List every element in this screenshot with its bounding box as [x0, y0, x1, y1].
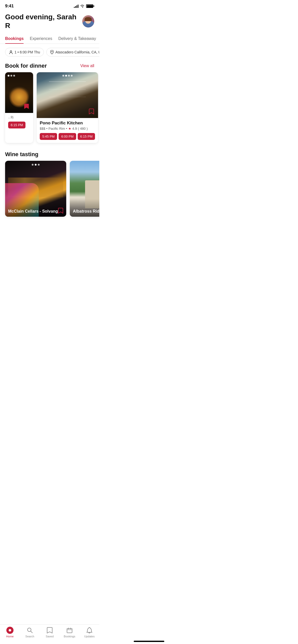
- person-icon: [9, 50, 13, 54]
- card-dots: [8, 75, 15, 77]
- battery-icon: [86, 4, 94, 8]
- location-filter[interactable]: Atascadero California, CA, United St: [46, 48, 99, 56]
- status-time: 9:41: [5, 4, 14, 9]
- wine-card-albatross[interactable]: Albatross Rid...: [70, 161, 99, 217]
- header: Good evening, Sarah R: [0, 11, 99, 34]
- signal-icon: [74, 4, 78, 8]
- pin-icon: [50, 50, 54, 54]
- wine-section: Wine tasting McClain Cellars - Solvang: [0, 147, 99, 221]
- tab-experiences[interactable]: Experiences: [30, 34, 52, 43]
- wine-cards-scroll: McClain Cellars - Solvang Albatross Rid.…: [0, 161, 99, 221]
- wifi-icon: [80, 4, 85, 8]
- card-meta: ...9): [8, 115, 30, 119]
- card-name-pono: Pono Pacific Kitchen: [40, 121, 95, 126]
- wine-card-mcclain[interactable]: McClain Cellars - Solvang: [5, 161, 66, 217]
- status-bar: 9:41: [0, 0, 99, 11]
- wine-section-title: Wine tasting: [5, 151, 38, 158]
- card-meta-pono: $$$ • Pacific Rim • ★ 4.9 (480): [40, 127, 95, 130]
- bookmark-button-pono[interactable]: [87, 107, 96, 115]
- party-filter[interactable]: 1 • 6:00 PM Thu: [5, 48, 44, 56]
- time-slot-545[interactable]: 5:45 PM: [40, 133, 57, 140]
- time-slot-600[interactable]: 6:00 PM: [59, 133, 76, 140]
- dinner-cards-scroll: ...9) 6:15 PM Pono Pacific Kitchen: [0, 72, 99, 147]
- svg-point-0: [10, 51, 12, 52]
- card-dots-center: [62, 75, 73, 77]
- avatar[interactable]: [82, 15, 94, 27]
- time-slot-615[interactable]: 6:15 PM: [78, 133, 95, 140]
- dinner-section-title: Book for dinner: [5, 63, 47, 69]
- dinner-section-header: Book for dinner View all: [0, 61, 99, 72]
- restaurant-card-partial-left[interactable]: ...9) 6:15 PM: [5, 72, 33, 143]
- wine-card-dots: [32, 164, 40, 166]
- status-icons: [74, 4, 94, 8]
- bookmark-button[interactable]: [22, 102, 31, 110]
- bookmark-mcclain[interactable]: [58, 208, 63, 214]
- time-slots-pono: 5:45 PM 6:00 PM 6:15 PM: [40, 133, 95, 140]
- restaurant-card-pono[interactable]: Pono Pacific Kitchen $$$ • Pacific Rim •…: [37, 72, 98, 143]
- filter-row: 1 • 6:00 PM Thu Atascadero California, C…: [0, 44, 99, 61]
- tab-bookings[interactable]: Bookings: [5, 34, 24, 43]
- svg-point-1: [51, 51, 52, 52]
- wine-section-header: Wine tasting: [0, 149, 99, 161]
- nav-tabs: Bookings Experiences Delivery & Takeaway: [0, 34, 99, 44]
- wine-card-label-albatross: Albatross Rid...: [70, 199, 99, 217]
- greeting-text: Good evening, Sarah R: [5, 13, 82, 30]
- dinner-view-all[interactable]: View all: [80, 64, 94, 68]
- time-slots: 6:15 PM: [8, 122, 30, 128]
- wine-card-label-mcclain: McClain Cellars - Solvang: [5, 197, 66, 217]
- time-slot[interactable]: 6:15 PM: [8, 122, 25, 128]
- tab-delivery[interactable]: Delivery & Takeaway: [58, 34, 96, 43]
